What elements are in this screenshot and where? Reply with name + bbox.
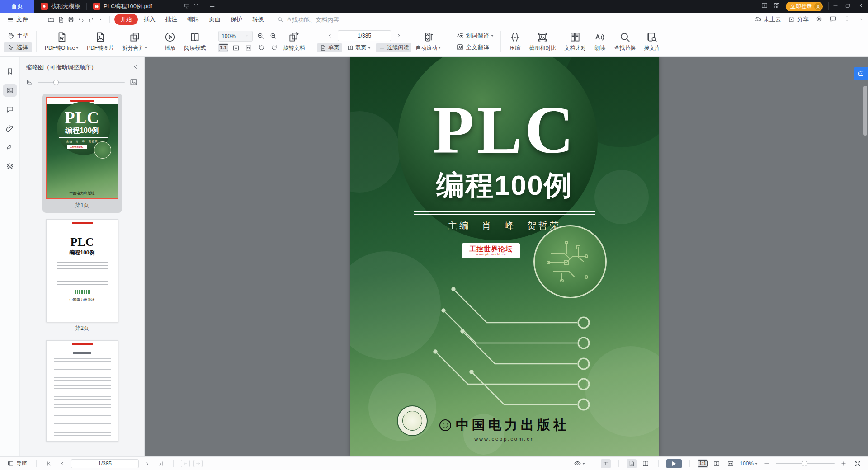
fit-page-button-status[interactable] bbox=[712, 459, 722, 468]
pdf-to-office-button[interactable]: PDF转Office bbox=[41, 31, 83, 52]
single-page-button[interactable]: 单页 bbox=[317, 43, 342, 52]
print-button[interactable] bbox=[66, 14, 76, 24]
double-page-view-button[interactable] bbox=[641, 459, 651, 468]
settings-gear-icon[interactable] bbox=[816, 15, 823, 24]
menu-tab-page[interactable]: 页面 bbox=[205, 14, 225, 24]
share-button[interactable]: 分享 bbox=[788, 15, 809, 24]
navigation-toggle-button[interactable]: 导航 bbox=[5, 459, 29, 468]
thumbnail-size-slider[interactable] bbox=[38, 82, 125, 83]
next-page-button[interactable] bbox=[394, 31, 404, 40]
signature-panel-icon[interactable] bbox=[3, 141, 17, 154]
app-grid-icon[interactable] bbox=[774, 2, 780, 11]
collapse-ribbon-icon[interactable] bbox=[857, 16, 863, 24]
file-menu[interactable]: 文件 bbox=[5, 15, 38, 24]
zoom-in-button[interactable] bbox=[268, 32, 278, 41]
save-button[interactable] bbox=[56, 14, 66, 24]
page-number-input[interactable] bbox=[338, 33, 391, 39]
next-page-button-status[interactable] bbox=[142, 459, 152, 468]
pdf-to-image-button[interactable]: PDF转图片 bbox=[83, 31, 118, 52]
page-number-box[interactable] bbox=[338, 30, 391, 41]
assistant-floating-button[interactable] bbox=[854, 67, 868, 80]
slideshow-play-button[interactable] bbox=[666, 459, 682, 468]
more-options-icon[interactable] bbox=[844, 15, 850, 24]
menu-tab-start[interactable]: 开始 bbox=[114, 14, 138, 25]
document-viewport[interactable]: PLC 编程100例 主编 肖 峰 贺哲荣 工控世界论坛 www.plcworl… bbox=[145, 57, 868, 456]
eye-protect-button[interactable] bbox=[574, 459, 585, 468]
fit-width-button-status[interactable] bbox=[726, 459, 736, 468]
close-panel-icon[interactable] bbox=[132, 64, 138, 71]
close-window-button[interactable] bbox=[857, 2, 863, 10]
slider-knob[interactable] bbox=[53, 80, 59, 85]
play-button[interactable]: 播放 bbox=[160, 31, 180, 52]
tab-close-icon[interactable] bbox=[193, 3, 199, 10]
feedback-icon[interactable] bbox=[830, 15, 837, 24]
menu-tab-annotate[interactable]: 批注 bbox=[161, 14, 181, 24]
rotate-document-button[interactable]: 旋转文档 bbox=[279, 31, 309, 52]
full-translate-button[interactable]: 全文翻译 bbox=[453, 42, 496, 52]
redo-button[interactable] bbox=[86, 14, 96, 24]
minimize-button[interactable] bbox=[832, 2, 839, 10]
fit-page-button[interactable] bbox=[231, 43, 241, 52]
zoom-level-dropdown[interactable]: 100% bbox=[740, 461, 758, 467]
window-manage-icon[interactable] bbox=[761, 2, 768, 11]
read-aloud-button[interactable]: 朗读 bbox=[590, 31, 610, 52]
zoom-out-button-status[interactable] bbox=[762, 459, 772, 468]
word-translate-button[interactable]: 划词翻译 bbox=[453, 31, 496, 41]
split-merge-button[interactable]: 拆分合并 bbox=[118, 31, 151, 52]
menu-tab-convert[interactable]: 转换 bbox=[248, 14, 268, 24]
tab-docer[interactable]: 找稻壳模板 bbox=[34, 0, 87, 13]
history-back-button[interactable] bbox=[181, 460, 190, 467]
prev-page-button[interactable] bbox=[325, 31, 335, 40]
select-tool-button[interactable]: 选择 bbox=[4, 42, 32, 52]
thumbnail-page-1[interactable]: PLC 编程100例 主编 肖 峰 贺哲荣 工控世界论坛 中国电力出版社 第1页 bbox=[42, 94, 122, 213]
actual-size-button[interactable]: 1:1 bbox=[218, 43, 228, 52]
zoom-out-button[interactable] bbox=[255, 32, 265, 41]
history-forward-button[interactable] bbox=[193, 460, 203, 467]
actual-size-button-status[interactable]: 1:1 bbox=[698, 459, 708, 468]
attachments-panel-icon[interactable] bbox=[3, 122, 17, 135]
doc-compare-button[interactable]: 文档比对 bbox=[560, 31, 590, 52]
auto-scroll-button[interactable]: 自动滚动 bbox=[411, 31, 445, 52]
pdf-page-1[interactable]: PLC 编程100例 主编 肖 峰 贺哲荣 工控世界论坛 www.plcworl… bbox=[350, 57, 659, 456]
send-to-desktop-icon[interactable] bbox=[184, 3, 190, 10]
vertical-scrollbar[interactable] bbox=[863, 86, 867, 136]
comments-panel-icon[interactable] bbox=[3, 103, 17, 116]
last-page-button[interactable] bbox=[156, 459, 166, 468]
double-page-button[interactable]: 双页 bbox=[344, 43, 373, 52]
read-mode-button[interactable]: 阅读模式 bbox=[180, 31, 210, 52]
restore-button[interactable] bbox=[845, 2, 851, 10]
quickbar-more-icon[interactable] bbox=[96, 14, 106, 24]
compress-button[interactable]: 压缩 bbox=[505, 31, 525, 52]
zoom-slider-knob[interactable] bbox=[802, 461, 807, 466]
open-file-button[interactable] bbox=[46, 14, 56, 24]
rotate-left-button[interactable] bbox=[256, 43, 266, 52]
thumbnails-panel-icon[interactable] bbox=[3, 84, 17, 97]
single-page-view-button[interactable] bbox=[627, 459, 637, 468]
first-page-button[interactable] bbox=[44, 459, 54, 468]
thumbnail-page-2[interactable]: PLC 编程100例 中国电力出版社 第2页 bbox=[46, 219, 118, 334]
search-library-button[interactable]: 搜文库 bbox=[640, 31, 664, 52]
cloud-status[interactable]: 未上云 bbox=[754, 15, 781, 24]
thumbnail-page-3[interactable] bbox=[46, 340, 118, 442]
zoom-select[interactable]: 100% bbox=[218, 31, 253, 42]
status-page-number-input[interactable] bbox=[71, 461, 138, 467]
continuous-read-button[interactable]: 连续阅读 bbox=[376, 43, 411, 52]
layers-panel-icon[interactable] bbox=[3, 160, 17, 173]
zoom-in-button-status[interactable] bbox=[839, 459, 849, 468]
command-search[interactable] bbox=[277, 16, 349, 23]
tab-document[interactable]: ə PLC编程100例.pdf bbox=[87, 0, 205, 13]
fit-width-button[interactable] bbox=[244, 43, 254, 52]
zoom-slider[interactable] bbox=[776, 463, 835, 464]
screenshot-compare-button[interactable]: 截图和对比 bbox=[525, 31, 560, 52]
fullscreen-button[interactable] bbox=[853, 459, 863, 468]
prev-page-button-status[interactable] bbox=[57, 459, 67, 468]
status-page-number-box[interactable] bbox=[71, 459, 139, 468]
new-tab-button[interactable] bbox=[205, 0, 219, 13]
rotate-right-button[interactable] bbox=[269, 43, 279, 52]
menu-tab-insert[interactable]: 插入 bbox=[140, 14, 160, 24]
hand-tool-button[interactable]: 手型 bbox=[4, 31, 32, 41]
find-replace-button[interactable]: 查找替换 bbox=[610, 31, 640, 52]
undo-button[interactable] bbox=[76, 14, 86, 24]
menu-tab-edit[interactable]: 编辑 bbox=[183, 14, 203, 24]
tab-home[interactable]: 首页 bbox=[0, 0, 34, 13]
